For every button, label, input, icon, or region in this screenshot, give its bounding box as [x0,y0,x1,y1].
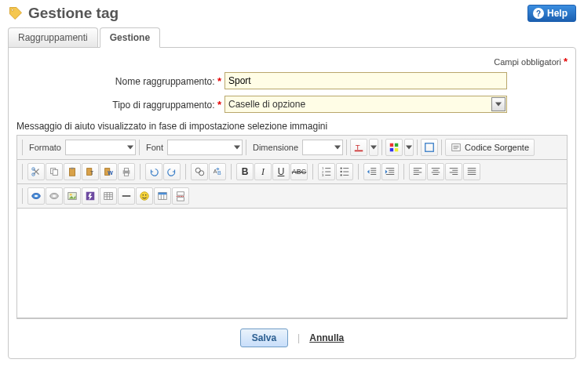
svg-rect-6 [395,148,398,151]
align-justify-button[interactable] [463,163,480,180]
tab-gestione[interactable]: Gestione [100,27,160,48]
tab-bar: Raggruppamenti Gestione [0,22,584,47]
link-button[interactable] [27,187,45,205]
redo-button[interactable] [163,163,181,180]
svg-text:3: 3 [322,173,324,177]
cancel-link[interactable]: Annulla [309,332,344,343]
smiley-button[interactable] [136,187,153,205]
special-char-button[interactable] [154,187,171,205]
svg-rect-86 [177,198,184,201]
grouping-type-value: Caselle di opzione [228,99,305,110]
copy-button[interactable] [46,163,63,180]
source-code-button[interactable]: Codice Sorgente [445,139,535,156]
bg-color-button[interactable] [385,139,403,156]
indent-button[interactable] [381,163,399,180]
paste-button[interactable] [64,163,81,180]
required-fields-note: Campi obbligatori * [16,56,568,67]
svg-rect-82 [159,193,167,195]
image-button[interactable] [64,187,81,205]
svg-point-37 [340,174,341,176]
svg-point-36 [340,171,341,172]
svg-rect-23 [124,169,128,172]
undo-button[interactable] [145,163,162,180]
svg-rect-17 [71,168,74,169]
paste-word-button[interactable]: W [100,163,117,180]
strikethrough-button[interactable]: ABC [290,163,308,180]
editor-toolbar-row-2: T W AB B I U ABC 123 [17,160,567,184]
help-label: Help [547,8,568,19]
format-select[interactable] [65,140,136,155]
bold-button[interactable]: B [236,163,254,180]
svg-rect-24 [124,173,128,176]
grouping-name-input[interactable] [224,72,507,89]
svg-rect-72 [104,193,113,200]
unlink-button[interactable] [46,187,63,205]
rich-text-editor: Formato Font Dimensione T [16,135,568,319]
svg-text:W: W [108,170,113,176]
maximize-button[interactable] [421,139,438,156]
bg-color-dropdown[interactable] [404,139,414,156]
svg-point-68 [53,195,56,198]
paste-text-button[interactable]: T [82,163,99,180]
svg-rect-2 [355,151,363,152]
save-button[interactable]: Salva [240,328,288,347]
horizontal-rule-button[interactable] [118,187,135,205]
svg-point-70 [70,194,72,196]
help-icon: ? [533,8,544,19]
svg-rect-7 [425,143,434,152]
action-separator: | [297,332,300,343]
grouping-type-select[interactable]: Caselle di opzione [224,96,507,113]
align-left-button[interactable] [409,163,426,180]
print-button[interactable] [118,163,135,180]
outdent-button[interactable] [363,163,381,180]
type-label: Tipo di raggruppamento: * [16,99,224,111]
help-message-label: Messaggio di aiuto visualizzato in fase … [16,121,568,132]
unordered-list-button[interactable] [336,163,353,180]
editor-toolbar-row-3 [17,184,567,209]
chevron-down-icon [491,97,506,111]
editor-toolbar-row-1: Formato Font Dimensione T [17,136,567,160]
name-label: Nome raggruppamento: * [16,75,224,87]
table-button[interactable] [100,187,117,205]
svg-rect-3 [390,143,393,147]
svg-text:B: B [217,170,221,176]
tab-raggruppamenti[interactable]: Raggruppamenti [8,27,98,48]
svg-text:T: T [356,143,360,151]
replace-button[interactable]: AB [209,163,226,180]
text-color-button[interactable]: T [350,139,367,156]
text-color-dropdown[interactable] [369,139,378,156]
svg-rect-85 [177,192,184,195]
svg-point-80 [145,194,147,196]
page-title: Gestione tag [28,5,119,22]
find-button[interactable] [191,163,208,180]
ordered-list-button[interactable]: 123 [318,163,335,180]
svg-rect-15 [53,169,57,175]
svg-point-35 [340,167,341,169]
svg-point-26 [199,171,204,176]
editor-content-area[interactable] [17,209,567,318]
svg-rect-4 [395,143,398,147]
underline-button[interactable]: U [272,163,290,180]
size-label: Dimensione [250,143,301,152]
align-right-button[interactable] [445,163,462,180]
flash-button[interactable] [82,187,99,205]
tag-icon [8,5,24,21]
page-break-button[interactable] [172,187,189,205]
italic-button[interactable]: I [254,163,272,180]
svg-point-66 [35,195,38,198]
format-label: Formato [26,143,64,152]
main-panel: Campi obbligatori * Nome raggruppamento:… [8,47,576,359]
svg-rect-5 [390,148,393,151]
svg-point-79 [142,194,144,196]
svg-point-0 [12,9,14,12]
font-select[interactable] [167,140,243,155]
align-center-button[interactable] [427,163,444,180]
font-label: Font [143,143,166,152]
svg-point-25 [195,168,200,172]
svg-text:T: T [90,170,94,176]
svg-rect-16 [70,169,75,176]
size-select[interactable] [302,140,343,155]
cut-button[interactable] [27,163,45,180]
help-button[interactable]: ? Help [527,5,576,22]
svg-point-78 [141,192,149,201]
